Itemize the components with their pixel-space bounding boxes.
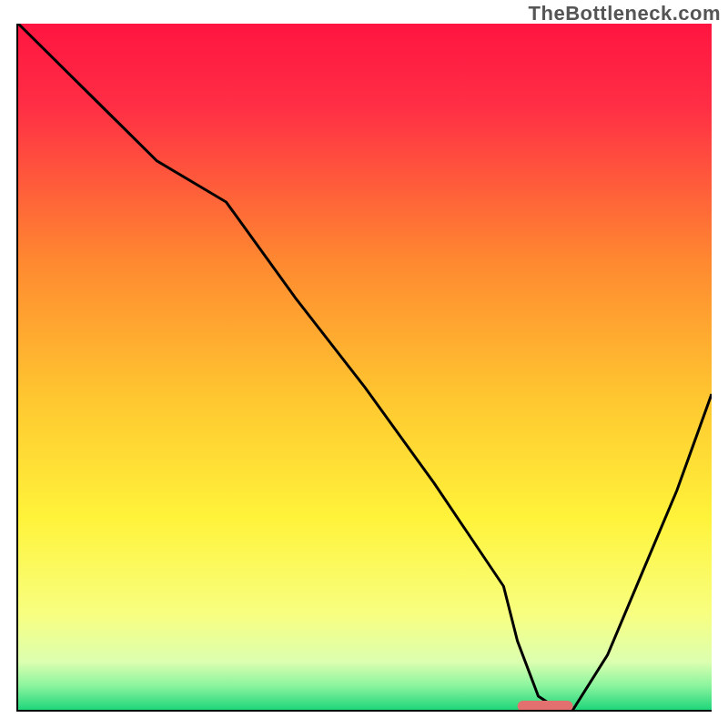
plot-svg: [18, 24, 712, 710]
plot-area: [16, 24, 712, 712]
watermark-text: TheBottleneck.com: [529, 2, 721, 25]
chart-container: TheBottleneck.com: [0, 0, 728, 728]
optimal-range-marker: [518, 701, 573, 710]
